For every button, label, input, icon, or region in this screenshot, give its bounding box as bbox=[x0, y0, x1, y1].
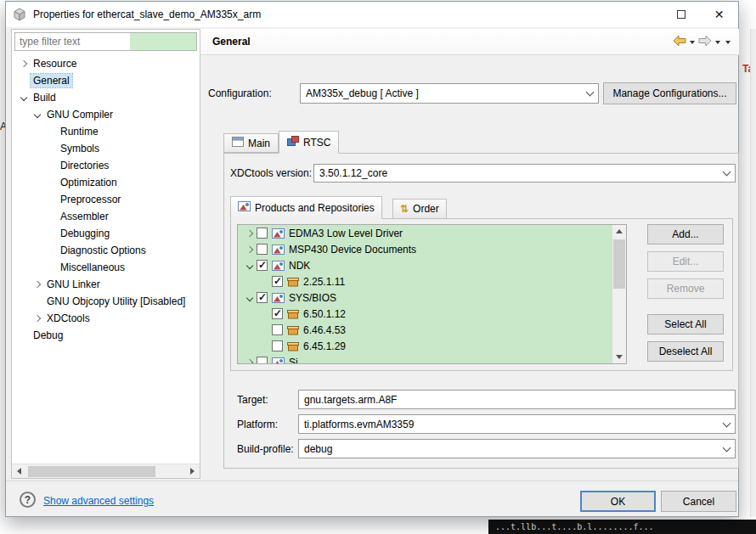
tab-order[interactable]: ⇅ Order bbox=[392, 199, 447, 219]
add-button[interactable]: Add... bbox=[647, 224, 724, 245]
product-row-6-50-1-12[interactable]: 6.50.1.12 bbox=[238, 306, 612, 322]
sidebar-item-resource[interactable]: Resource bbox=[12, 55, 200, 72]
titlebar[interactable]: Properties for ethercat_slave_demo_AM335… bbox=[6, 2, 738, 27]
products-list[interactable]: EDMA3 Low Level DriverMSP430 Device Docu… bbox=[237, 224, 627, 364]
product-label: 6.45.1.29 bbox=[303, 340, 346, 352]
sidebar-item-runtime[interactable]: Runtime bbox=[12, 123, 200, 140]
sidebar-item-build[interactable]: Build bbox=[12, 89, 200, 106]
twistie-expanded-icon[interactable] bbox=[17, 91, 31, 104]
scroll-right-button[interactable] bbox=[185, 464, 200, 479]
twistie-collapsed-icon[interactable] bbox=[243, 356, 257, 364]
show-advanced-settings-link[interactable]: Show advanced settings bbox=[43, 495, 154, 507]
sidebar-item-xdctools[interactable]: XDCtools bbox=[12, 310, 200, 327]
sidebar-item-gnu-compiler[interactable]: GNU Compiler bbox=[12, 106, 200, 123]
chevron-down-icon[interactable] bbox=[582, 84, 598, 103]
sidebar-item-diagnostic-options[interactable]: Diagnostic Options bbox=[12, 242, 200, 259]
twistie-expanded-icon[interactable] bbox=[243, 291, 257, 305]
products-rows: EDMA3 Low Level DriverMSP430 Device Docu… bbox=[238, 225, 612, 363]
scroll-down-button[interactable] bbox=[612, 351, 626, 363]
sidebar-item-symbols[interactable]: Symbols bbox=[12, 140, 200, 157]
remove-button[interactable]: Remove bbox=[647, 278, 724, 299]
maximize-button[interactable] bbox=[662, 2, 700, 27]
sidebar-item-assembler[interactable]: Assembler bbox=[12, 208, 200, 225]
twistie-collapsed-icon[interactable] bbox=[17, 57, 31, 70]
platform-combo[interactable]: ti.platforms.evmAM3359 bbox=[298, 414, 736, 434]
tab-rtsc[interactable]: RTSC bbox=[279, 131, 339, 154]
package-icon bbox=[287, 309, 299, 319]
product-row-sys-bios[interactable]: SYS/BIOS bbox=[238, 289, 612, 306]
forward-icon[interactable] bbox=[698, 35, 712, 49]
checkbox-unchecked[interactable] bbox=[257, 228, 268, 239]
sidebar-item-optimization[interactable]: Optimization bbox=[12, 174, 200, 191]
scroll-up-button[interactable] bbox=[612, 225, 626, 238]
product-row-2-25-1-11[interactable]: 2.25.1.11 bbox=[238, 273, 612, 289]
deselect-all-button[interactable]: Deselect All bbox=[647, 341, 724, 362]
sidebar-item-general[interactable]: General bbox=[12, 72, 200, 89]
build-profile-label: Build-profile: bbox=[237, 439, 294, 458]
edit-button[interactable]: Edit... bbox=[647, 251, 724, 272]
build-profile-combo[interactable]: debug bbox=[298, 439, 736, 458]
sidebar-item-miscellaneous[interactable]: Miscellaneous bbox=[12, 259, 200, 276]
checkbox-checked[interactable] bbox=[272, 308, 283, 319]
chevron-down-icon[interactable] bbox=[719, 415, 735, 433]
back-icon[interactable] bbox=[673, 35, 686, 49]
scrollbar-track[interactable] bbox=[26, 464, 185, 479]
products-vertical-scrollbar[interactable] bbox=[612, 225, 626, 363]
filter-input[interactable] bbox=[15, 33, 130, 50]
twistie-collapsed-icon[interactable] bbox=[243, 227, 257, 240]
target-label: Target: bbox=[237, 390, 268, 409]
manage-configurations-button[interactable]: Manage Configurations... bbox=[603, 82, 736, 104]
product-row-si[interactable]: Si bbox=[238, 354, 612, 363]
close-button[interactable]: ✕ bbox=[700, 2, 738, 27]
select-all-button[interactable]: Select All bbox=[647, 314, 724, 334]
checkbox-checked[interactable] bbox=[257, 292, 268, 303]
sidebar-item-debugging[interactable]: Debugging bbox=[12, 225, 200, 242]
checkbox-checked[interactable] bbox=[257, 260, 268, 271]
sidebar-horizontal-scrollbar[interactable] bbox=[12, 464, 200, 478]
checkbox-unchecked[interactable] bbox=[272, 340, 283, 351]
tab-products-and-repositories[interactable]: Products and Repositories bbox=[230, 196, 382, 219]
sidebar-item-gnu-linker[interactable]: GNU Linker bbox=[12, 276, 200, 293]
sidebar-item-label: Optimization bbox=[58, 176, 120, 189]
twistie-expanded-icon[interactable] bbox=[31, 108, 44, 121]
checkbox-unchecked[interactable] bbox=[272, 324, 283, 335]
chevron-down-icon[interactable] bbox=[719, 165, 735, 182]
sidebar-item-directories[interactable]: Directories bbox=[12, 157, 200, 174]
twistie-collapsed-icon[interactable] bbox=[31, 312, 44, 325]
scrollbar-thumb[interactable] bbox=[28, 466, 155, 477]
xdctools-version-combo[interactable]: 3.50.1.12_core bbox=[313, 164, 736, 183]
checkbox-unchecked[interactable] bbox=[257, 357, 268, 363]
product-row-edma3-low-level-driver[interactable]: EDMA3 Low Level Driver bbox=[238, 225, 612, 241]
target-input[interactable]: gnu.targets.arm.A8F bbox=[298, 390, 736, 409]
twistie-collapsed-icon[interactable] bbox=[243, 243, 257, 256]
product-row-6-46-4-53[interactable]: 6.46.4.53 bbox=[238, 322, 612, 338]
sidebar-item-preprocessor[interactable]: Preprocessor bbox=[12, 191, 200, 208]
twistie-expanded-icon[interactable] bbox=[243, 259, 257, 273]
back-menu-caret-icon[interactable] bbox=[690, 41, 695, 44]
product-row-msp430-device-documents[interactable]: MSP430 Device Documents bbox=[238, 241, 612, 257]
product-row-ndk[interactable]: NDK bbox=[238, 257, 612, 273]
build-profile-value: debug bbox=[299, 443, 719, 455]
product-icon bbox=[272, 228, 285, 239]
tab-main[interactable]: Main bbox=[223, 133, 279, 153]
ok-button[interactable]: OK bbox=[580, 491, 656, 512]
sidebar-item-gnu-objcopy-utility-disabled[interactable]: GNU Objcopy Utility [Disabled] bbox=[12, 293, 200, 310]
checkbox-unchecked[interactable] bbox=[257, 244, 268, 255]
xdctools-version-value: 3.50.1.12_core bbox=[314, 167, 719, 179]
configuration-combo[interactable]: AM335x_debug [ Active ] bbox=[300, 83, 599, 104]
forward-menu-caret-icon[interactable] bbox=[715, 41, 720, 44]
view-menu-caret-icon[interactable] bbox=[725, 41, 731, 44]
checkbox-checked[interactable] bbox=[272, 276, 283, 287]
chevron-down-icon[interactable] bbox=[719, 440, 735, 458]
help-button[interactable]: ? bbox=[20, 492, 36, 508]
cancel-button[interactable]: Cancel bbox=[661, 491, 736, 512]
sidebar-item-debug[interactable]: Debug bbox=[12, 327, 200, 344]
scrollbar-thumb[interactable] bbox=[613, 239, 625, 289]
twistie-collapsed-icon[interactable] bbox=[31, 278, 44, 291]
target-value: gnu.targets.arm.A8F bbox=[299, 394, 735, 406]
tab-order-label: Order bbox=[413, 203, 439, 215]
product-icon bbox=[272, 245, 285, 255]
scroll-left-button[interactable] bbox=[12, 464, 26, 479]
window-title: Properties for ethercat_slave_demo_AM335… bbox=[33, 8, 261, 20]
product-row-6-45-1-29[interactable]: 6.45.1.29 bbox=[238, 338, 612, 354]
